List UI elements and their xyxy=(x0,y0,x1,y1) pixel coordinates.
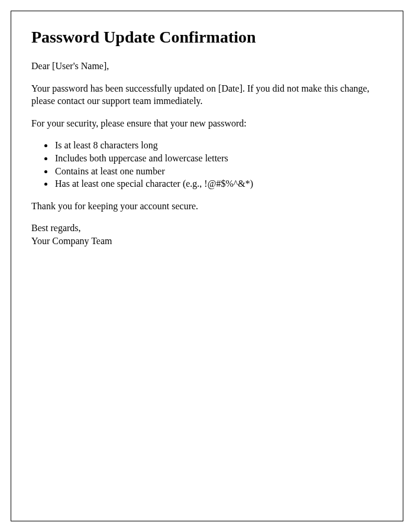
page-title: Password Update Confirmation xyxy=(31,28,383,47)
requirements-list: Is at least 8 characters long Includes b… xyxy=(54,139,383,190)
list-item: Contains at least one number xyxy=(54,165,383,178)
closing-team: Your Company Team xyxy=(31,235,383,248)
list-item: Has at least one special character (e.g.… xyxy=(54,177,383,190)
body-paragraph-1: Your password has been successfully upda… xyxy=(31,82,383,108)
thankyou-text: Thank you for keeping your account secur… xyxy=(31,200,383,213)
list-item: Is at least 8 characters long xyxy=(54,139,383,152)
list-item: Includes both uppercase and lowercase le… xyxy=(54,152,383,165)
closing-regards: Best regards, xyxy=(31,222,383,235)
body-paragraph-2: For your security, please ensure that yo… xyxy=(31,117,383,130)
greeting-text: Dear [User's Name], xyxy=(31,60,383,73)
document-page: Password Update Confirmation Dear [User'… xyxy=(11,11,403,521)
closing-block: Best regards, Your Company Team xyxy=(31,222,383,247)
